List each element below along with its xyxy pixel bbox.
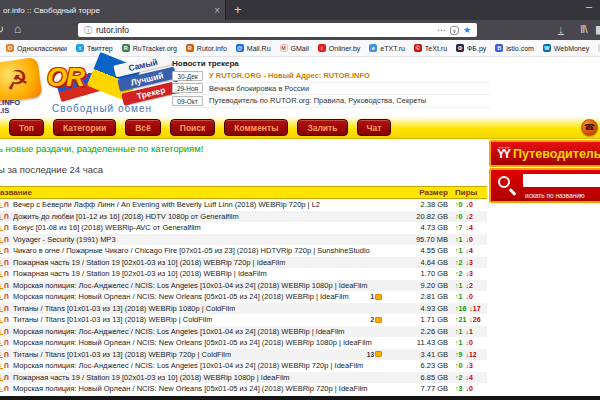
menu-item-top[interactable]: Топ	[9, 119, 44, 136]
magnet-icon[interactable]: U	[4, 247, 9, 254]
torrent-link[interactable]: Морская полиция: Новый Орлеан / NCIS: Ne…	[13, 338, 372, 347]
table-rows: ↓UВечер с Беверли Лафф Линн / An Evening…	[0, 199, 487, 395]
magnet-icon[interactable]: U	[4, 259, 9, 266]
bookmark-item[interactable]: ФФБ.ру	[456, 44, 486, 52]
magnet-icon[interactable]: U	[4, 328, 9, 335]
menu-item-search[interactable]: Поиск	[170, 119, 216, 136]
download-icon[interactable]: ↓	[0, 282, 3, 289]
menu-item-chat[interactable]: Чат	[357, 119, 392, 136]
magnet-icon[interactable]: U	[4, 201, 9, 208]
bookmark-item[interactable]: @Mail.Ru	[236, 44, 271, 52]
download-icon[interactable]: ↓	[0, 305, 3, 312]
magnet-icon[interactable]: U	[4, 305, 9, 312]
torrent-link[interactable]: Титаны / Titans [01x01-03 из 13] (2018) …	[13, 315, 212, 324]
url-bar[interactable]: ⓘ rutor.info ⋯ ∨ ★	[78, 23, 477, 37]
refresh-icon[interactable]: ↻	[0, 23, 4, 36]
leechers-count: ↓0	[465, 236, 472, 243]
phone-icon[interactable]: ☎	[581, 119, 598, 136]
site-info-icon[interactable]: ⓘ	[84, 25, 92, 36]
peers-cell: ↑2↓4	[448, 374, 487, 381]
magnet-icon[interactable]: U	[4, 236, 9, 243]
name-cell: ↓UМорская полиция: Новый Орлеан / NCIS: …	[0, 338, 394, 347]
torrent-link[interactable]: Морская полиция: Лос-Анджелес / NCIS: Lo…	[13, 327, 345, 336]
search-input[interactable]	[523, 174, 600, 187]
download-icon[interactable]: ↓	[0, 224, 3, 231]
magnet-icon[interactable]: U	[4, 293, 9, 300]
download-icon[interactable]: ↓	[0, 259, 3, 266]
news-link[interactable]: Вечная блокировка в России	[209, 84, 309, 93]
torrent-link[interactable]: Морская полиция: Новый Орлеан / NCIS: Ne…	[13, 292, 349, 301]
download-icon[interactable]: ↓	[0, 293, 3, 300]
torrent-link[interactable]: Пожарная часть 19 / Station 19 [02x01-03…	[13, 373, 290, 382]
download-icon[interactable]: ↓	[0, 385, 3, 392]
site-logo[interactable]: ☭ OR .INFO .IS Свободный обмен СамыйЛучш…	[0, 57, 175, 115]
new-tab-button[interactable]: +	[234, 1, 242, 19]
bookmark-item[interactable]: WWebMoney	[543, 44, 589, 52]
torrent-link[interactable]: Титаны / Titans [01x01-03 из 13] (2018) …	[13, 304, 235, 313]
bookmark-item[interactable]: tТвиттер	[76, 44, 113, 52]
home-icon[interactable]: ⌂	[14, 22, 21, 36]
download-icon[interactable]: ↓	[0, 351, 3, 358]
magnet-icon[interactable]: U	[4, 270, 9, 277]
bookmark-item[interactable]: RRutor.info	[186, 44, 227, 52]
download-icon[interactable]: ↓	[0, 362, 3, 369]
torrent-link[interactable]: Voyager - Security (1991) MP3	[13, 235, 116, 244]
torrent-link[interactable]: Морская полиция: Лос-Анджелес / NCIS: Lo…	[13, 281, 368, 290]
page-actions-icon[interactable]: ⋯	[437, 25, 446, 35]
bookmark-item[interactable]: RRuTracker.org	[122, 44, 177, 52]
library-icon[interactable]: Ⅱ\	[580, 23, 586, 36]
menu-item-upload[interactable]: Залить	[297, 119, 347, 136]
logo-ribbons: СамыйЛучшийТрекер	[112, 57, 176, 115]
bookmark-item[interactable]: Bistio.com	[495, 44, 534, 52]
magnet-icon[interactable]: U	[4, 374, 9, 381]
magnet-icon[interactable]: U	[4, 351, 9, 358]
bookmark-star-icon[interactable]: ★	[463, 25, 471, 35]
torrent-link[interactable]: Вечер с Беверли Лафф Линн / An Evening w…	[13, 200, 320, 209]
menu-item-all[interactable]: Всё	[125, 119, 161, 136]
bookmark-favicon: t	[76, 44, 84, 52]
download-icon[interactable]: ↓	[0, 339, 3, 346]
magnet-icon[interactable]: U	[4, 316, 9, 323]
download-icon[interactable]: ↓	[0, 270, 3, 277]
download-icon[interactable]: ↓	[0, 247, 3, 254]
news-link[interactable]: У RUTOR.ORG - Новый Адрес: RUTOR.INFO	[209, 71, 370, 80]
size-cell: 6.85 GB	[394, 373, 448, 382]
menu-item-comments[interactable]: Комменты	[224, 119, 288, 136]
bookmark-item[interactable]: eeTXT.ru	[369, 44, 405, 52]
seeders-count: ↑1	[455, 293, 462, 300]
download-icon[interactable]: ↓	[0, 374, 3, 381]
magnet-icon[interactable]: U	[4, 224, 9, 231]
download-icon[interactable]: ↓	[0, 201, 3, 208]
browser-tab[interactable]: or.info :: Свободный торре ×	[0, 0, 226, 20]
magnet-icon[interactable]: U	[4, 213, 9, 220]
torrent-link[interactable]: Морская полиция: Лос-Анджелес / NCIS: Lo…	[13, 361, 363, 370]
download-icon[interactable]: ↓	[0, 236, 3, 243]
torrent-link[interactable]: Пожарная часть 19 / Station 19 [02x01-03…	[13, 269, 267, 278]
torrent-link[interactable]: Титаны / Titans [01x01-03 из 13] (2018) …	[13, 350, 231, 359]
magnet-icon[interactable]: U	[4, 385, 9, 392]
menu-item-categories[interactable]: Категории	[53, 119, 116, 136]
download-icon[interactable]: ↓	[0, 328, 3, 335]
torrent-link[interactable]: Бонус [01-08 из 16] (2018) WEBRip-AVC от…	[13, 223, 201, 232]
magnet-icon[interactable]: U	[4, 362, 9, 369]
bookmark-item[interactable]: iOnliner.by	[318, 44, 361, 52]
torrent-link[interactable]: Пожарная часть 19 / Station 19 [02x01-03…	[13, 258, 285, 267]
downloads-icon[interactable]: ↓	[558, 24, 564, 35]
news-link[interactable]: Путеводитель по RUTOR.org: Правила, Руко…	[209, 96, 426, 105]
pocket-icon[interactable]: ∨	[450, 26, 459, 35]
bookmark-favicon: O	[6, 44, 14, 52]
torrent-link[interactable]: Чикаго в огне / Пожарные Чикаго / Chicag…	[13, 246, 370, 255]
magnet-icon[interactable]: U	[4, 282, 9, 289]
torrent-link[interactable]: Дожить до любви [01-12 из 16] (2018) HDT…	[13, 212, 239, 221]
sidebar-icon[interactable]: ◧	[595, 23, 600, 36]
minimize-button[interactable]: –	[586, 0, 592, 12]
tab-close-icon[interactable]: ×	[214, 5, 220, 16]
bookmark-item[interactable]: ©TeXt.ru	[414, 44, 447, 52]
bookmark-item[interactable]: OОдноклассники	[6, 44, 67, 52]
download-icon[interactable]: ↓	[0, 316, 3, 323]
torrent-link[interactable]: Морская полиция: Новый Орлеан / NCIS: Ne…	[13, 384, 368, 393]
magnet-icon[interactable]: U	[4, 339, 9, 346]
download-icon[interactable]: ↓	[0, 213, 3, 220]
bookmark-item[interactable]: MGMail	[280, 44, 309, 52]
guide-button[interactable]: ŸŸ Путеводитель	[489, 140, 600, 167]
